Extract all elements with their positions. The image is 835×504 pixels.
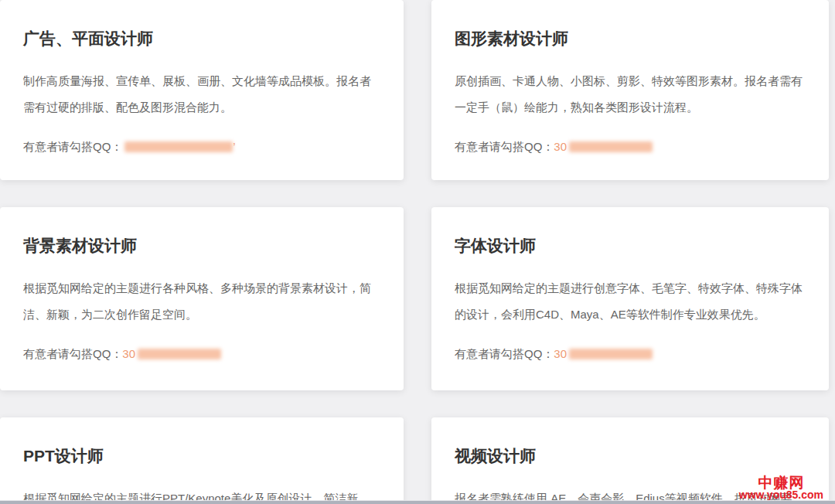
- job-card: PPT设计师 根据觅知网给定的主题进行PPT/Keynote美化及原创设计，简洁…: [0, 417, 404, 504]
- job-card: 广告、平面设计师 制作高质量海报、宣传单、展板、画册、文化墙等成品模板。报名者需…: [0, 0, 404, 180]
- qq-label: 有意者请勾搭QQ：: [455, 347, 554, 360]
- job-title: 图形素材设计师: [455, 28, 806, 49]
- job-card: 字体设计师 根据觅知网给定的主题进行创意字体、毛笔字、特效字体、特殊字体的设计，…: [431, 207, 829, 390]
- qq-number-blurred: [124, 141, 233, 152]
- qq-number-blurred: [138, 349, 221, 359]
- job-title: PPT设计师: [23, 445, 380, 466]
- job-description: 根据觅知网给定的主题进行创意字体、毛笔字、特效字体、特殊字体的设计，会利用C4D…: [455, 275, 806, 328]
- job-description: 根据觅知网给定的主题进行各种风格、多种场景的背景素材设计，简洁、新颖，为二次创作…: [23, 275, 380, 328]
- job-description: 原创插画、卡通人物、小图标、剪影、特效等图形素材。报名者需有一定手（鼠）绘能力，…: [455, 68, 806, 121]
- qq-contact-line: 有意者请勾搭QQ：30: [455, 346, 806, 362]
- qq-contact-line: 有意者请勾搭QQ：’: [23, 139, 380, 155]
- job-listing-page: 广告、平面设计师 制作高质量海报、宣传单、展板、画册、文化墙等成品模板。报名者需…: [0, 0, 835, 504]
- qq-label: 有意者请勾搭QQ：: [23, 140, 122, 153]
- qq-label: 有意者请勾搭QQ：: [23, 347, 122, 360]
- job-card: 背景素材设计师 根据觅知网给定的主题进行各种风格、多种场景的背景素材设计，简洁、…: [0, 207, 404, 390]
- qq-number-blurred: [569, 141, 653, 152]
- window-bottom-edge: [0, 500, 835, 504]
- job-card: 图形素材设计师 原创插画、卡通人物、小图标、剪影、特效等图形素材。报名者需有一定…: [431, 0, 829, 180]
- qq-number-prefix: 30: [554, 347, 567, 360]
- job-title: 背景素材设计师: [23, 235, 380, 256]
- job-title: 视频设计师: [455, 445, 806, 466]
- qq-number-prefix: 30: [122, 347, 135, 360]
- qq-contact-line: 有意者请勾搭QQ：30: [23, 346, 380, 362]
- qq-number-prefix: 30: [554, 140, 567, 153]
- job-description: 制作高质量海报、宣传单、展板、画册、文化墙等成品模板。报名者需有过硬的排版、配色…: [23, 68, 380, 121]
- qq-number-blurred: [569, 349, 653, 359]
- job-title: 广告、平面设计师: [23, 28, 380, 49]
- job-card: 视频设计师 报名者需熟练使用 AE、会声会影、Edius等视频软件。按觅知网要: [431, 417, 829, 504]
- qq-contact-line: 有意者请勾搭QQ：30: [455, 139, 806, 155]
- qq-label: 有意者请勾搭QQ：: [455, 140, 554, 153]
- job-title: 字体设计师: [455, 235, 806, 256]
- qq-number-tail-mark: ’: [233, 140, 235, 153]
